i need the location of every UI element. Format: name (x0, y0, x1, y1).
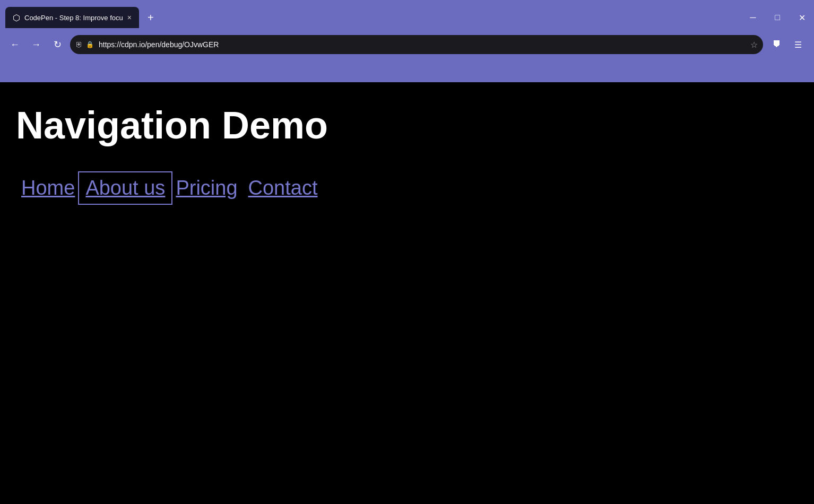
browser-tab[interactable]: ⬡ CodePen - Step 8: Improve focu × (5, 7, 139, 28)
nav-link-about[interactable]: About us (80, 173, 170, 203)
nav-links-list: Home About us Pricing Contact (16, 173, 798, 203)
tab-close-button[interactable]: × (127, 13, 132, 22)
reload-button[interactable]: ↻ (49, 36, 66, 53)
window-controls: ─ □ ✕ (741, 2, 814, 33)
page-content: Navigation Demo Home About us Pricing Co… (0, 82, 814, 504)
address-bar-row: ← → ↻ ⛨ 🔒 ☆ ⛊ ☰ (0, 31, 814, 58)
nav-link-home[interactable]: Home (16, 173, 80, 203)
new-tab-button[interactable]: + (143, 10, 158, 26)
browser-chrome: ⬡ CodePen - Step 8: Improve focu × + ─ □… (0, 0, 814, 82)
page-title: Navigation Demo (16, 103, 798, 147)
bookmark-star-icon[interactable]: ☆ (750, 40, 758, 50)
toolbar-icons: ⛊ ☰ (767, 35, 808, 54)
pocket-icon-button[interactable]: ⛊ (767, 35, 786, 54)
maximize-button[interactable]: □ (765, 2, 790, 33)
address-bar-input[interactable] (70, 35, 763, 54)
close-button[interactable]: ✕ (790, 2, 814, 33)
nav-link-pricing[interactable]: Pricing (170, 173, 243, 203)
nav-item-home: Home (16, 173, 80, 203)
menu-button[interactable]: ☰ (789, 35, 808, 54)
minimize-button[interactable]: ─ (741, 2, 765, 33)
nav-item-about: About us (80, 173, 170, 203)
main-navigation: Home About us Pricing Contact (16, 173, 798, 203)
tab-bar: ⬡ CodePen - Step 8: Improve focu × + ─ □… (0, 0, 814, 31)
tab-title: CodePen - Step 8: Improve focu (24, 14, 123, 22)
nav-item-pricing: Pricing (170, 173, 243, 203)
shield-icon: ⛨ (75, 40, 83, 49)
tab-favicon: ⬡ (13, 13, 20, 23)
forward-button[interactable]: → (28, 36, 45, 53)
nav-item-contact: Contact (243, 173, 323, 203)
address-bar-container: ⛨ 🔒 ☆ (70, 35, 763, 54)
back-button[interactable]: ← (6, 36, 23, 53)
nav-link-contact[interactable]: Contact (243, 173, 323, 203)
lock-icon: 🔒 (86, 41, 94, 48)
